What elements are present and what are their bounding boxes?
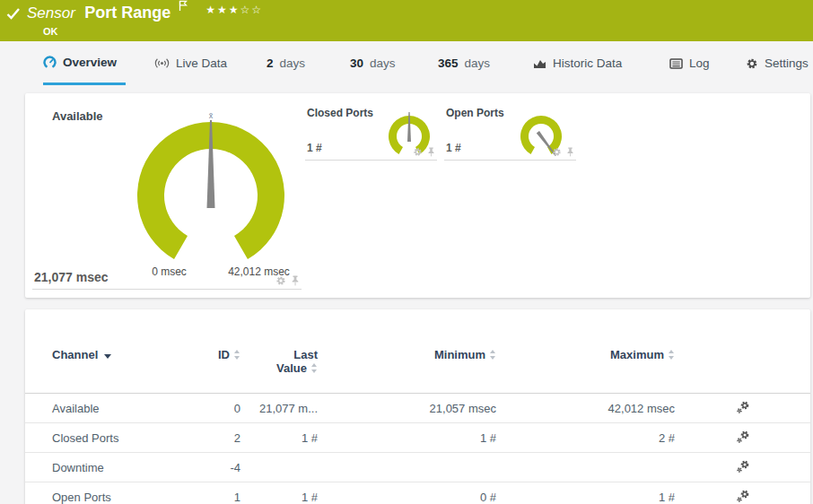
channel-title: Open Ports (446, 107, 504, 119)
channels-table-panel: Channel ID LastValue Minimum Maximum Ava… (25, 309, 810, 504)
cell-id: 0 (215, 394, 240, 423)
channel-settings-icon[interactable] (736, 400, 750, 414)
cell-last-value: 1 # (240, 423, 318, 453)
sort-icon (311, 363, 318, 373)
gauge-tile-open-ports[interactable]: Open Ports 1 # (444, 102, 576, 161)
tab-label: Log (689, 56, 710, 70)
tab-365-days[interactable]: 365 days (438, 41, 490, 85)
tab-number: 2 (267, 56, 274, 70)
column-header-channel[interactable]: Channel (25, 348, 215, 394)
sensor-type-label: Sensor (27, 4, 75, 22)
gauge-tile-closed-ports[interactable]: Closed Ports 1 # (305, 102, 437, 161)
gear-icon (746, 57, 758, 70)
tab-word: days (280, 56, 306, 70)
channels-table: Channel ID LastValue Minimum Maximum Ava… (25, 348, 810, 504)
tab-log[interactable]: Log (669, 41, 710, 85)
tab-label: Overview (63, 56, 117, 69)
cell-maximum (496, 453, 675, 482)
pin-icon[interactable] (291, 275, 300, 286)
cell-id: -4 (215, 453, 240, 482)
cell-last-value (240, 453, 318, 482)
sort-desc-icon (104, 354, 111, 359)
pin-icon[interactable] (427, 147, 435, 157)
gear-icon[interactable] (413, 147, 423, 157)
tab-number: 365 (438, 56, 459, 70)
column-header-maximum[interactable]: Maximum (496, 348, 675, 394)
tab-historic-data[interactable]: Historic Data (533, 41, 622, 85)
gear-icon[interactable] (275, 275, 286, 286)
channel-settings-icon[interactable] (736, 489, 750, 503)
cell-channel[interactable]: Available (25, 394, 215, 423)
sensor-header: Sensor Port Range ★★★☆☆ OK (0, 0, 813, 41)
cell-maximum: 42,012 msec (496, 394, 675, 423)
channel-last-value: 1 # (307, 142, 322, 154)
tab-settings[interactable]: Settings (746, 41, 809, 85)
sort-icon (669, 350, 675, 360)
tab-30-days[interactable]: 30 days (350, 41, 396, 85)
ok-check-icon (6, 7, 21, 21)
channel-settings-icon[interactable] (736, 430, 750, 444)
column-header-minimum[interactable]: Minimum (318, 348, 496, 394)
channel-title: Available (52, 109, 103, 123)
sensor-title: Sensor Port Range ★★★☆☆ (27, 4, 263, 22)
table-row[interactable]: Available 0 21,077 m... 21,057 msec 42,0… (25, 394, 810, 423)
tab-label: Historic Data (553, 56, 622, 70)
table-row[interactable]: Open Ports 1 1 # 0 # 1 # (25, 482, 810, 504)
tab-label: Settings (765, 56, 809, 70)
column-header-last-value[interactable]: LastValue (240, 348, 318, 394)
gear-icon[interactable] (552, 147, 562, 157)
live-data-icon (154, 57, 170, 69)
column-header-id[interactable]: ID (215, 348, 240, 394)
table-row[interactable]: Closed Ports 2 1 # 1 # 2 # (25, 423, 810, 453)
cell-channel[interactable]: Downtime (25, 453, 215, 482)
tab-label: Live Data (176, 56, 227, 70)
table-row[interactable]: Downtime -4 (25, 453, 810, 482)
sort-icon (234, 350, 240, 360)
tab-overview[interactable]: Overview (43, 41, 126, 85)
cell-maximum: 2 # (496, 423, 675, 453)
cell-minimum: 0 # (318, 482, 496, 504)
cell-channel[interactable]: Closed Ports (25, 423, 215, 453)
prtg-sensor-page: Sensor Port Range ★★★☆☆ OK Overview Live… (0, 0, 813, 504)
mean-marker: x̄ (209, 111, 214, 120)
channel-last-value: 21,077 msec (34, 270, 109, 284)
tab-live-data[interactable]: Live Data (154, 41, 227, 85)
log-icon (669, 58, 683, 69)
sort-icon (490, 350, 496, 360)
cell-minimum (318, 453, 496, 482)
channel-last-value: 1 # (446, 142, 461, 154)
priority-stars[interactable]: ★★★☆☆ (205, 4, 263, 16)
gauge-scale-min: 0 msec (136, 265, 203, 278)
gauge-icon (43, 56, 57, 69)
pin-icon[interactable] (566, 147, 574, 157)
flag-icon[interactable] (179, 0, 188, 12)
cell-last-value: 21,077 m... (240, 394, 318, 423)
cell-id: 1 (215, 482, 240, 504)
tab-word: days (465, 56, 491, 70)
cell-maximum: 1 # (496, 482, 675, 504)
historic-data-icon (533, 58, 546, 69)
cell-channel[interactable]: Open Ports (25, 482, 215, 504)
cell-last-value: 1 # (240, 482, 318, 504)
cell-minimum: 21,057 msec (318, 394, 496, 423)
tab-number: 30 (350, 56, 363, 70)
tab-bar: Overview Live Data 2 days 30 days 365 da… (0, 41, 813, 88)
cell-id: 2 (215, 423, 240, 453)
tab-word: days (370, 56, 396, 70)
status-badge: OK (43, 26, 58, 37)
gauge-tile-available[interactable]: Available x̄ 0 msec 42,012 msec 21,077 m… (32, 102, 302, 290)
gauges-panel: Available x̄ 0 msec 42,012 msec 21,077 m… (25, 93, 810, 298)
tab-2-days[interactable]: 2 days (267, 41, 305, 85)
channel-title: Closed Ports (307, 107, 373, 119)
available-gauge: x̄ (126, 110, 296, 281)
channel-settings-icon[interactable] (736, 459, 750, 474)
sensor-name: Port Range (84, 4, 170, 22)
cell-minimum: 1 # (318, 423, 496, 453)
